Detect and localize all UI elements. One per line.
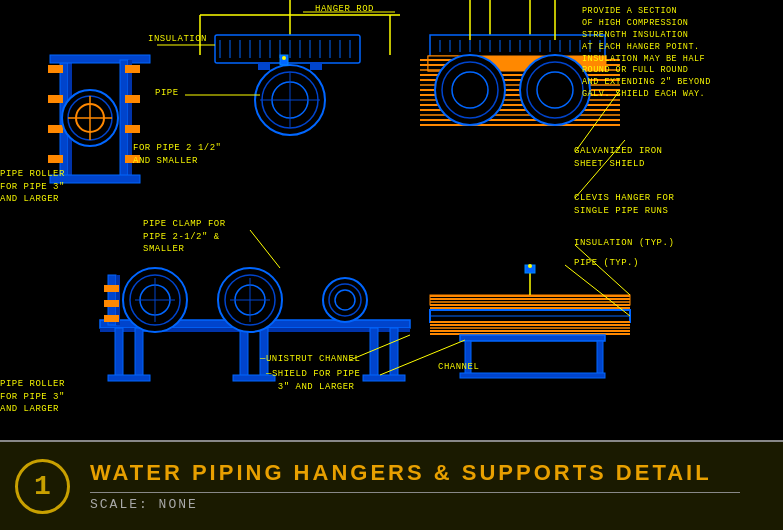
svg-rect-10 (125, 65, 140, 73)
title-text-block: WATER PIPING HANGERS & SUPPORTS DETAIL S… (90, 460, 740, 512)
svg-point-45 (282, 56, 286, 60)
svg-rect-5 (48, 95, 63, 103)
svg-rect-138 (597, 341, 603, 376)
drawing-area: HANGER ROD INSULATION PIPE FOR PIPE 2 1/… (0, 0, 783, 440)
svg-rect-101 (108, 375, 150, 381)
insulation-top-label: INSULATION (148, 34, 207, 46)
svg-rect-50 (430, 35, 605, 57)
title-sub-text: SCALE: NONE (90, 497, 740, 512)
svg-rect-121 (104, 315, 119, 322)
svg-point-142 (528, 264, 532, 268)
galv-iron-label: GALVANIZED IRON SHEET SHIELD (574, 145, 663, 170)
svg-rect-95 (115, 328, 123, 378)
svg-rect-3 (50, 55, 150, 63)
pipe-roller-bot-label: PIPE ROLLER FOR PIPE 3" AND LARGER (0, 378, 65, 416)
pipe-clamp-label: PIPE CLAMP FOR PIPE 2-1/2" & SMALLER (143, 218, 226, 256)
for-pipe-small-label: FOR PIPE 2 1/2" AND SMALLER (133, 142, 222, 167)
svg-rect-120 (104, 300, 119, 307)
hanger-rod-label: HANGER ROD (315, 4, 374, 16)
svg-rect-46 (258, 62, 270, 70)
title-block: 1 WATER PIPING HANGERS & SUPPORTS DETAIL… (0, 440, 783, 530)
svg-rect-99 (370, 328, 378, 378)
svg-rect-119 (104, 285, 119, 292)
pipe-roller-top-label: PIPE ROLLER FOR PIPE 3" AND LARGER (0, 168, 65, 206)
svg-point-116 (335, 290, 355, 310)
insulation-typ-label: INSULATION (TYP.) (574, 238, 674, 250)
svg-rect-4 (48, 65, 63, 73)
detail-number-circle: 1 (15, 459, 70, 514)
svg-rect-139 (460, 373, 605, 378)
svg-rect-97 (240, 328, 248, 378)
svg-rect-6 (48, 125, 63, 133)
clevis-hanger-label: CLEVIS HANGER FOR SINGLE PIPE RUNS (574, 192, 674, 217)
svg-rect-12 (125, 125, 140, 133)
svg-rect-96 (135, 328, 143, 378)
pipe-top-label: PIPE (155, 88, 179, 100)
compression-note-label: PROVIDE A SECTION OF HIGH COMPRESSION ST… (582, 6, 711, 101)
title-underline (90, 492, 740, 493)
title-main-text: WATER PIPING HANGERS & SUPPORTS DETAIL (90, 460, 740, 486)
svg-rect-103 (363, 375, 405, 381)
svg-rect-136 (460, 335, 605, 341)
svg-rect-47 (310, 62, 322, 70)
detail-number: 1 (34, 471, 51, 502)
svg-point-87 (452, 72, 488, 108)
unistrut-label: —UNISTRUT CHANNEL (260, 354, 360, 366)
shield-pipe-label: —SHIELD FOR PIPE 3" AND LARGER (266, 368, 360, 393)
svg-point-90 (537, 72, 573, 108)
pipe-typ-label: PIPE (TYP.) (574, 258, 639, 270)
channel-label: CHANNEL (438, 362, 479, 374)
main-canvas: HANGER ROD INSULATION PIPE FOR PIPE 2 1/… (0, 0, 783, 530)
svg-rect-7 (48, 155, 63, 163)
svg-rect-11 (125, 95, 140, 103)
